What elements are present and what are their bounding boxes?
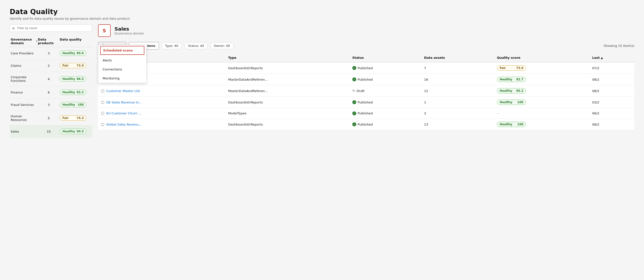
left-table-row[interactable]: Care Providers 3 Healthy 89.6 [10, 47, 92, 60]
product-icon: ⬡ [101, 89, 104, 93]
badge-score: 93.2 [76, 91, 84, 94]
product-name-cell: ⬡ Global Sales Revenu... [98, 119, 225, 130]
badge-score: 74.3 [76, 116, 84, 120]
data-table: Name Type Status Data assets Quality sco… [98, 54, 634, 130]
last-cell: 07/2 [590, 62, 634, 74]
domain-name: Fraud Services [11, 103, 38, 107]
quality-badge: Fair 74.3 [60, 115, 86, 121]
showing-info: Showing 15 item(s) [604, 44, 634, 48]
badge-score: 95.2 [516, 89, 524, 93]
product-icon: ⬡ [101, 100, 104, 105]
domain-name: Human Resources [11, 114, 38, 122]
assets-cell: 16 [421, 74, 494, 85]
product-name[interactable]: DE Sales Revenue In... [106, 101, 142, 104]
table-header-row: Name Type Status Data assets Quality sco… [98, 54, 634, 62]
product-name[interactable]: Global Sales Revenu... [106, 123, 142, 126]
badge-label: Fair [500, 66, 506, 70]
badge-label: Healthy [500, 101, 512, 104]
domain-type: Governance domain [114, 32, 144, 35]
product-name[interactable]: EU Customer Churn ... [106, 111, 142, 115]
left-table-body: Care Providers 3 Healthy 89.6 Claims 2 F… [10, 47, 92, 138]
quality-badge: Healthy 92.7 [497, 77, 526, 82]
status-cell: ✓Published [350, 119, 421, 130]
domain-title-group: Sales Governance domain [114, 26, 144, 35]
last-cell: 06/2 [590, 108, 634, 119]
badge-score: 89.6 [76, 52, 84, 55]
status-cell: ✎Draft [350, 85, 421, 97]
status-label: Draft [356, 89, 364, 93]
dropdown-item-monitoring[interactable]: Monitoring [98, 74, 146, 83]
last-cell: 03/2 [590, 97, 634, 108]
quality-badge: Healthy 93.2 [60, 90, 86, 95]
badge-label: Healthy [500, 89, 512, 93]
quality-score-cell: Healthy 100 [494, 97, 590, 108]
left-table-row[interactable]: Corporate Functions 4 Healthy 86.5 [10, 72, 92, 86]
left-table-row[interactable]: Finance 6 Healthy 93.2 [10, 86, 92, 99]
dropdown-item-alerts[interactable]: Alerts [98, 56, 146, 65]
type-cell: DashboardsOrReports [225, 97, 349, 108]
badge-label: Fair [62, 64, 69, 67]
badge-label: Healthy [62, 52, 75, 55]
quality-score-cell: Healthy 95.2 [494, 85, 590, 97]
table-row: ⬡ Global Sales Revenu... DashboardsOrRep… [98, 119, 634, 130]
col-last: Last ▲ [590, 54, 634, 62]
badge-score: 73.9 [76, 64, 84, 67]
dropdown-item-scheduled-scans[interactable]: Scheduled scans [100, 46, 144, 55]
type-filter-pill[interactable]: Type: All [161, 42, 182, 49]
assets-cell: 1 [421, 97, 494, 108]
quality-badge: Healthy 86.5 [60, 76, 86, 82]
products-count: 3 [38, 52, 60, 55]
domain-title: Sales [114, 26, 144, 32]
status-icon: ✓ [352, 111, 356, 115]
last-cell: 08/2 [590, 85, 634, 97]
domain-header: S Sales Governance domain [98, 24, 634, 37]
left-panel: ⊟ Governance domain ↑ Data products Data… [10, 24, 92, 138]
quality-badge: Fair 73.9 [60, 63, 86, 68]
sort-icon: ↑ [36, 40, 38, 43]
assets-cell: 13 [421, 119, 494, 130]
products-count: 6 [38, 91, 60, 94]
badge-score: 100 [517, 123, 524, 126]
product-name-cell: ⬡ DE Sales Revenue In... [98, 97, 225, 108]
owner-filter-pill[interactable]: Owner: All [210, 42, 234, 49]
products-count: 2 [38, 64, 60, 68]
product-name-cell: ⬡ Customer Master List [98, 85, 225, 97]
domain-icon: S [98, 24, 111, 37]
badge-score: 100 [78, 103, 84, 106]
col-header-domain: Governance domain ↑ [11, 38, 38, 45]
left-table-row[interactable]: Sales 15 Healthy 90.5 [10, 125, 92, 138]
products-count: 5 [38, 116, 60, 120]
col-header-quality: Data quality [60, 38, 91, 45]
badge-label: Healthy [62, 91, 75, 94]
quality-badge: Healthy 100 [497, 122, 526, 127]
main-layout: ⊟ Governance domain ↑ Data products Data… [10, 24, 634, 138]
left-table-row[interactable]: Claims 2 Fair 73.9 [10, 60, 92, 72]
left-table-header: Governance domain ↑ Data products Data q… [10, 36, 92, 47]
badge-label: Healthy [500, 123, 512, 126]
badge-score: 73.6 [516, 66, 524, 70]
type-cell: DashboardsOrReports [225, 62, 349, 74]
type-cell: ModelTypes [225, 108, 349, 119]
quality-badge: Fair 73.6 [497, 65, 526, 71]
badge-label: Healthy [62, 77, 75, 81]
search-input[interactable] [10, 24, 92, 32]
status-label: Published [358, 111, 373, 115]
badge-score: 100 [517, 101, 524, 104]
last-sort-icon: ▲ [601, 56, 603, 60]
left-table-row[interactable]: Fraud Services 3 Healthy 100 [10, 99, 92, 111]
product-name-cell: ⬡ EU Customer Churn ... [98, 108, 225, 119]
domain-name: Sales [11, 130, 38, 133]
dropdown-item-connections[interactable]: Connections [98, 65, 146, 74]
left-table-row[interactable]: Human Resources 5 Fair 74.3 [10, 111, 92, 125]
page-header: Data Quality Identify and fix data quali… [10, 8, 634, 21]
page-title: Data Quality [10, 8, 634, 16]
quality-badge: Healthy 90.5 [60, 129, 86, 134]
status-filter-pill[interactable]: Status: All [184, 42, 208, 49]
filter-wrapper: ⊟ [10, 24, 92, 32]
manage-dropdown: Scheduled scansAlertsConnectionsMonitori… [98, 45, 146, 83]
assets-cell: 2 [421, 108, 494, 119]
quality-score-cell: -- [494, 108, 590, 119]
product-name[interactable]: Customer Master List [106, 89, 140, 93]
badge-score: 92.7 [516, 78, 524, 81]
type-cell: MasterDataAndReferen... [225, 85, 349, 97]
